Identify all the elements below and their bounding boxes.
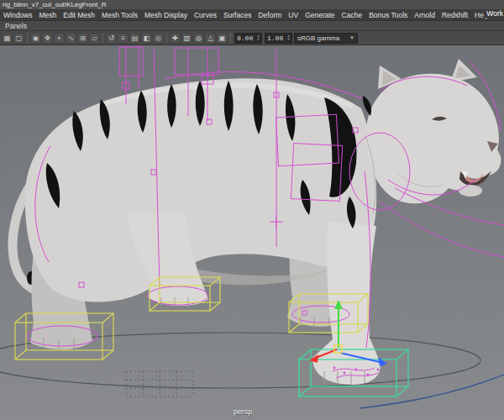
list-menu-icon[interactable]: ≡: [118, 33, 129, 44]
exposure-field-wrap: ▲ ▼: [234, 33, 262, 44]
menu-grid-icon[interactable]: ▦: [2, 33, 13, 44]
light-icon[interactable]: ◍: [193, 33, 204, 44]
render-view-icon[interactable]: ▣: [217, 33, 228, 44]
snap-curve-icon[interactable]: ∿: [66, 33, 76, 44]
target-icon[interactable]: ◉: [30, 33, 41, 44]
snap-plane-icon[interactable]: ▱: [89, 33, 100, 44]
toolbar-separator: [102, 33, 103, 43]
toolbar-separator: [166, 33, 167, 43]
exposure-input[interactable]: [235, 34, 255, 42]
viewport-3d[interactable]: persp: [0, 45, 504, 420]
maya-window: rig_blinn_v7_cut_out!KLegFront_R Windows…: [0, 0, 504, 420]
menu-mesh[interactable]: Mesh: [35, 11, 60, 19]
snap-grid-icon[interactable]: ⊞: [77, 33, 88, 44]
add-icon[interactable]: ✚: [170, 33, 181, 44]
toolbar-separator: [27, 33, 28, 43]
spinner-down-icon[interactable]: ▼: [286, 38, 291, 41]
tiger-head: [365, 74, 501, 204]
shading-icon[interactable]: ▤: [129, 33, 140, 44]
menu-windows[interactable]: Windows: [0, 11, 35, 19]
snap-point-icon[interactable]: ⌖: [54, 33, 65, 44]
gamma-spinner[interactable]: ▲ ▼: [286, 34, 291, 41]
viewport-toolbar: ▦ ▢ ◉ ✥ ⌖ ∿ ⊞ ▱ ↺ ≡ ▤ ◧ ◎ ✚ ▧ ◍ △ ▣ ▲ ▼: [0, 31, 504, 45]
menu-mesh-tools[interactable]: Mesh Tools: [98, 11, 141, 19]
gamma-field-wrap: ▲ ▼: [265, 33, 292, 44]
view-transform-dropdown[interactable]: sRGB gamma ▼: [294, 33, 358, 44]
menu-surfaces[interactable]: Surfaces: [220, 11, 255, 19]
menu-cache[interactable]: Cache: [339, 11, 366, 19]
window-title: rig_blinn_v7_cut_out!KLegFront_R: [0, 0, 504, 9]
scene-canvas[interactable]: [0, 45, 504, 420]
chin: [459, 185, 482, 197]
menu-panels[interactable]: Panels: [5, 22, 27, 30]
menu-redshift[interactable]: Redshift: [438, 11, 471, 19]
menu-generate[interactable]: Generate: [302, 11, 338, 19]
gamma-input[interactable]: [265, 34, 286, 42]
grid-patch: [126, 371, 193, 396]
camera-icon[interactable]: ◎: [153, 33, 164, 44]
move-tool-icon[interactable]: ✥: [42, 33, 53, 44]
exposure-spinner[interactable]: ▲ ▼: [255, 34, 261, 41]
main-menu-bar: Windows Mesh Edit Mesh Mesh Tools Mesh D…: [0, 9, 504, 21]
history-icon[interactable]: ↺: [106, 33, 117, 44]
spinner-down-icon[interactable]: ▼: [255, 38, 261, 41]
menu-uv[interactable]: UV: [285, 11, 302, 19]
panels-menu-bar: Panels: [0, 21, 504, 31]
texture-icon[interactable]: ▧: [181, 33, 192, 44]
toolbar-separator: [230, 33, 231, 43]
menu-deform[interactable]: Deform: [255, 11, 285, 19]
chevron-down-icon: ▼: [349, 35, 354, 40]
cone-icon[interactable]: △: [205, 33, 216, 44]
camera-label: persp: [0, 407, 486, 416]
menu-arnold[interactable]: Arnold: [411, 11, 438, 19]
tiger-model[interactable]: [13, 59, 501, 385]
view-transform-value: sRGB gamma: [297, 34, 339, 42]
marquee-select-icon[interactable]: ▢: [13, 33, 24, 44]
menu-curves[interactable]: Curves: [191, 11, 220, 19]
menu-bonus-tools[interactable]: Bonus Tools: [365, 11, 411, 19]
side-panel-icon[interactable]: ◧: [141, 33, 152, 44]
menu-mesh-display[interactable]: Mesh Display: [141, 11, 191, 19]
menu-edit-mesh[interactable]: Edit Mesh: [60, 11, 98, 19]
workspace-label[interactable]: Work: [484, 9, 503, 18]
